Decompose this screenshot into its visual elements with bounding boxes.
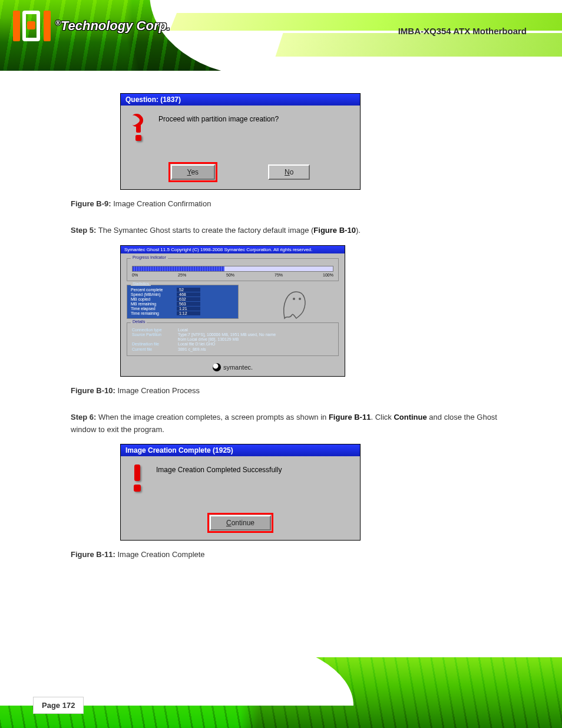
details-panel: Details Connection typeLocal Source Part… bbox=[127, 322, 339, 356]
progress-fieldset: Progress Indicator 0% 25% 50% 75% 100% bbox=[127, 258, 339, 281]
progress-bar bbox=[132, 266, 333, 272]
details-label: Details bbox=[131, 319, 147, 324]
step-5-text: Step 5: The Symantec Ghost starts to cre… bbox=[71, 225, 503, 237]
continue-button[interactable]: Continue bbox=[210, 515, 271, 531]
figure-b11-caption: Figure B-11: Image Creation Complete bbox=[71, 550, 503, 559]
header-banner: ®Technology Corp. IMBA-XQ354 ATX Motherb… bbox=[0, 0, 562, 71]
dialog-title-complete: Image Creation Complete (1925) bbox=[121, 444, 360, 456]
page-content: Question: (1837) Proceed with partition … bbox=[0, 71, 562, 575]
page-number: Page 172 bbox=[33, 697, 84, 714]
question-icon bbox=[129, 114, 148, 139]
svg-point-1 bbox=[299, 298, 301, 300]
statistics-panel: Statistics Percent complete52 Speed (MB/… bbox=[127, 285, 239, 319]
stats-label: Statistics bbox=[131, 282, 151, 286]
dialog-message: Proceed with partition image creation? bbox=[158, 114, 279, 155]
dialog-message-complete: Image Creation Completed Successfully bbox=[156, 465, 282, 506]
iei-logo-icon bbox=[13, 11, 51, 41]
brand-logo: ®Technology Corp. bbox=[13, 11, 170, 41]
svg-point-0 bbox=[293, 298, 295, 300]
dialog-title: Question: (1837) bbox=[121, 94, 360, 106]
step-6-text: Step 6: When the image creation complete… bbox=[71, 411, 503, 436]
brand-text: ®Technology Corp. bbox=[55, 18, 170, 34]
figure-b10-caption: Figure B-10: Image Creation Process bbox=[71, 386, 503, 395]
complete-dialog: Image Creation Complete (1925) Image Cre… bbox=[120, 444, 361, 541]
exclamation-icon bbox=[129, 465, 146, 490]
ghost-icon bbox=[248, 285, 339, 322]
ghost-title: Symantec Ghost 11.5 Copyright (C) 1998-2… bbox=[121, 246, 345, 253]
progress-label: Progress Indicator bbox=[131, 255, 168, 259]
progress-ticks: 0% 25% 50% 75% 100% bbox=[132, 273, 333, 277]
header-swoop3 bbox=[276, 33, 562, 57]
confirm-dialog: Question: (1837) Proceed with partition … bbox=[120, 93, 361, 190]
ghost-window: Symantec Ghost 11.5 Copyright (C) 1998-2… bbox=[120, 245, 345, 377]
yes-button[interactable]: Yes bbox=[171, 164, 216, 180]
document-title: IMBA-XQ354 ATX Motherboard bbox=[398, 26, 527, 36]
symantec-icon bbox=[213, 363, 221, 371]
no-button[interactable]: No bbox=[268, 164, 310, 180]
footer-banner: Page 172 bbox=[0, 657, 562, 728]
figure-b9-caption: Figure B-9: Image Creation Confirmation bbox=[71, 199, 503, 208]
symantec-brand: symantec. bbox=[127, 360, 339, 373]
